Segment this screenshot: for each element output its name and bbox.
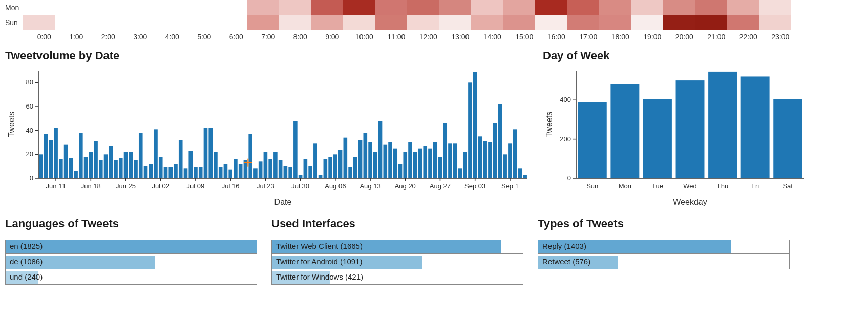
date-bar[interactable] [363,133,367,178]
date-bar[interactable] [253,168,258,178]
date-bar[interactable] [498,104,502,178]
date-bar[interactable] [458,168,462,178]
date-bar[interactable] [338,150,343,178]
date-bar[interactable] [443,123,447,178]
heatmap-cell[interactable] [23,0,55,15]
date-bar[interactable] [319,175,323,178]
heatmap-cell[interactable] [663,0,695,15]
heatmap-cell[interactable] [471,15,503,30]
date-bar[interactable] [293,121,298,178]
hbar-row[interactable]: Twitter Web Client (1665) [272,240,523,254]
date-bar[interactable] [508,143,512,178]
heatmap-cell[interactable] [439,15,472,30]
chart-types[interactable]: Reply (1403)Retweet (576) [538,240,790,269]
date-bar[interactable] [168,167,173,178]
date-bar[interactable] [344,138,348,178]
date-bar[interactable] [324,159,328,178]
date-bar[interactable] [139,133,143,178]
heatmap-cell[interactable] [471,0,503,15]
date-bar[interactable] [288,167,292,178]
date-bar[interactable] [428,149,432,178]
chart-interfaces[interactable]: Twitter Web Client (1665)Twitter for And… [271,240,523,285]
date-bar[interactable] [383,145,387,178]
date-bar[interactable] [299,175,303,178]
date-bar[interactable] [129,152,133,178]
date-bar[interactable] [179,140,183,178]
heatmap-cell[interactable] [55,15,88,30]
date-bar[interactable] [64,145,68,178]
date-bar[interactable] [398,164,403,178]
date-bar[interactable] [94,141,98,178]
date-bar[interactable] [433,142,437,178]
heatmap-cell[interactable] [247,15,280,30]
date-bar[interactable] [378,121,383,178]
date-bar[interactable] [438,157,442,178]
date-bar[interactable] [204,128,208,178]
heatmap-cell[interactable] [407,15,439,30]
date-bar[interactable] [393,149,397,178]
date-bar[interactable] [423,146,427,178]
date-bar[interactable] [468,82,472,178]
date-bar[interactable] [388,142,392,178]
heatmap-cell[interactable] [311,15,344,30]
date-bar[interactable] [328,157,332,178]
date-bar[interactable] [44,134,48,178]
date-bar[interactable] [214,152,218,178]
weekday-bar[interactable] [643,99,672,178]
weekday-bar[interactable] [676,80,705,178]
hbar-row[interactable]: Retweet (576) [538,256,789,269]
date-bar[interactable] [503,154,507,178]
date-bar[interactable] [124,152,128,178]
date-bar[interactable] [109,146,113,178]
heatmap-cell[interactable] [631,0,664,15]
date-bar[interactable] [99,160,103,178]
date-bar[interactable] [268,159,272,178]
weekday-bar[interactable] [773,99,802,178]
date-bar[interactable] [84,157,88,178]
date-bar[interactable] [513,129,517,178]
heatmap-cell[interactable] [375,0,408,15]
date-bar[interactable] [284,166,288,178]
heatmap-cell[interactable] [535,15,567,30]
date-bar[interactable] [259,161,263,178]
heatmap-cell[interactable] [151,15,183,30]
heatmap-cell[interactable] [631,15,664,30]
heatmap-cell[interactable] [343,15,375,30]
date-bar[interactable] [279,160,283,178]
chart-languages[interactable]: en (1825)de (1086)und (240) [5,240,257,285]
date-bar[interactable] [304,159,308,178]
heatmap-cell[interactable] [279,0,311,15]
date-bar[interactable] [348,167,352,178]
heatmap-cell[interactable] [311,0,344,15]
date-bar[interactable] [523,175,527,178]
date-bar[interactable] [114,160,118,178]
date-bar[interactable] [188,151,193,178]
heatmap-cell[interactable] [119,0,152,15]
hbar-row[interactable]: en (1825) [6,240,257,254]
date-bar[interactable] [59,159,63,178]
date-bar[interactable] [368,142,372,178]
heatmap-cell[interactable] [343,0,375,15]
date-bar[interactable] [54,128,58,178]
date-bar[interactable] [483,141,487,178]
heatmap-cell[interactable] [119,15,152,30]
heatmap-cell[interactable] [727,15,759,30]
date-bar[interactable] [418,149,422,178]
heatmap-cell[interactable] [183,15,216,30]
date-bar[interactable] [273,152,278,178]
heatmap-cell[interactable] [215,0,247,15]
heatmap-cell[interactable] [87,0,119,15]
date-bar[interactable] [199,167,203,178]
heatmap-cell[interactable] [503,15,536,30]
date-bar[interactable] [49,140,53,178]
heatmap-cell[interactable] [215,15,247,30]
heatmap-cell[interactable] [567,15,600,30]
date-bar[interactable] [408,142,412,178]
heatmap-cell[interactable] [727,0,759,15]
date-bar[interactable] [79,133,83,178]
date-bar[interactable] [373,152,377,178]
chart-tweetvolume-by-date[interactable]: 020406080Jun 11Jun 18Jun 25Jul 02Jul 09J… [5,66,533,209]
date-bar[interactable] [239,164,243,178]
heatmap-cell[interactable] [407,0,439,15]
date-bar[interactable] [478,136,482,178]
